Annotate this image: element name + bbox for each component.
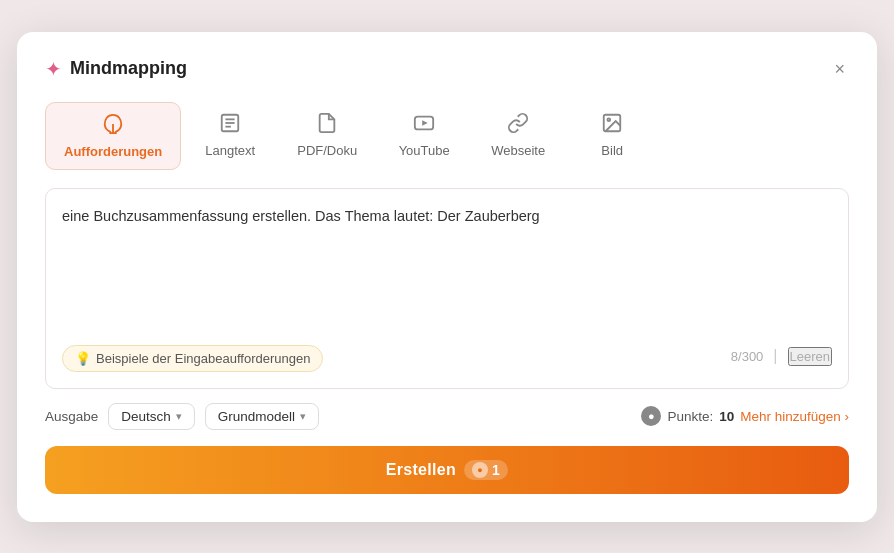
tab-bar: Aufforderungen Langtext PD <box>45 102 849 170</box>
language-select[interactable]: Deutsch ▾ <box>108 403 195 430</box>
link-icon <box>507 112 529 139</box>
leaf-icon <box>102 113 124 140</box>
coin-icon: ● <box>472 462 488 478</box>
tab-aufforderungen-label: Aufforderungen <box>64 144 162 159</box>
input-area: 💡 Beispiele der Eingabeaufforderungen 8/… <box>45 188 849 389</box>
char-count-row: 💡 Beispiele der Eingabeaufforderungen 8/… <box>62 341 832 372</box>
svg-marker-6 <box>422 120 428 126</box>
tab-pdfdoku-label: PDF/Doku <box>297 143 357 158</box>
add-more-button[interactable]: Mehr hinzufügen › <box>740 409 849 424</box>
points-row: ● Punkte: 10 Mehr hinzufügen › <box>641 406 849 426</box>
tab-pdfdoku[interactable]: PDF/Doku <box>279 102 375 170</box>
examples-label: Beispiele der Eingabeaufforderungen <box>96 351 310 366</box>
tab-bild[interactable]: Bild <box>567 102 657 170</box>
pdf-icon <box>316 112 338 139</box>
model-value: Grundmodell <box>218 409 295 424</box>
points-label: Punkte: <box>667 409 713 424</box>
prompt-textarea[interactable] <box>62 205 832 335</box>
image-icon <box>601 112 623 139</box>
clear-button[interactable]: Leeren <box>788 347 832 366</box>
separator: | <box>773 347 777 365</box>
chevron-down-icon: ▾ <box>176 410 182 423</box>
examples-button[interactable]: 💡 Beispiele der Eingabeaufforderungen <box>62 345 323 372</box>
create-label: Erstellen <box>386 461 456 479</box>
options-row: Ausgabe Deutsch ▾ Grundmodell ▾ ● Punkte… <box>45 403 849 430</box>
model-select[interactable]: Grundmodell ▾ <box>205 403 319 430</box>
sparkle-icon: ✦ <box>45 57 62 81</box>
coin-badge: ● 1 <box>464 460 508 480</box>
language-value: Deutsch <box>121 409 171 424</box>
close-button[interactable]: × <box>830 56 849 82</box>
tab-youtube-label: YouTube <box>399 143 450 158</box>
play-icon <box>413 112 435 139</box>
dialog-title: Mindmapping <box>70 58 187 79</box>
tab-aufforderungen[interactable]: Aufforderungen <box>45 102 181 170</box>
char-count: 8/300 <box>731 349 764 364</box>
tab-webseite-label: Webseite <box>491 143 545 158</box>
tab-langtext-label: Langtext <box>205 143 255 158</box>
points-icon: ● <box>641 406 661 426</box>
points-value: 10 <box>719 409 734 424</box>
text-icon <box>219 112 241 139</box>
title-row: ✦ Mindmapping <box>45 57 187 81</box>
tab-youtube[interactable]: YouTube <box>379 102 469 170</box>
lightbulb-icon: 💡 <box>75 351 91 366</box>
mindmapping-dialog: ✦ Mindmapping × Aufforderungen <box>17 32 877 522</box>
ausgabe-label: Ausgabe <box>45 409 98 424</box>
svg-point-8 <box>608 118 611 121</box>
coin-count: 1 <box>492 462 500 478</box>
chevron-down-icon: ▾ <box>300 410 306 423</box>
create-button[interactable]: Erstellen ● 1 <box>45 446 849 494</box>
tab-bild-label: Bild <box>601 143 623 158</box>
dialog-header: ✦ Mindmapping × <box>45 56 849 82</box>
tab-webseite[interactable]: Webseite <box>473 102 563 170</box>
tab-langtext[interactable]: Langtext <box>185 102 275 170</box>
